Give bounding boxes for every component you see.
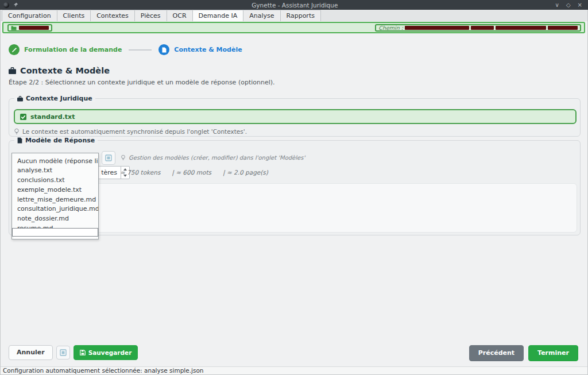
model-section-legend: Modèle de Réponse <box>14 137 98 144</box>
model-hint: Gestion des modèles (créer, modifier) da… <box>121 154 305 161</box>
dropdown-option[interactable]: note_dossier.md <box>12 214 98 224</box>
context-hint: Le contexte est automatiquement synchron… <box>14 128 247 135</box>
tab-ocr[interactable]: OCR <box>167 10 193 21</box>
length-stats: ≈ 750 tokens | ≈ 600 mots | ≈ 2.0 page(s… <box>120 169 268 176</box>
briefcase-icon <box>9 67 16 74</box>
page-subtitle: Étape 2/2 : Sélectionnez un contexte jur… <box>9 79 275 86</box>
model-section-title: Modèle de Réponse <box>25 137 95 144</box>
redacted-path-segment <box>405 26 469 30</box>
window-icon <box>60 349 67 356</box>
sauvegarder-label: Sauvegarder <box>88 349 132 357</box>
title-bar: Gynette - Assistant Juridique ∨ ◇ × <box>0 0 588 10</box>
step2-circle <box>158 44 169 55</box>
sauvegarder-button[interactable]: Sauvegarder <box>74 345 138 360</box>
pages-stat: | ≈ 2.0 page(s) <box>223 169 268 176</box>
page-title: Contexte & Modèle <box>9 66 110 75</box>
step1-label[interactable]: Formulation de la demande <box>24 46 122 53</box>
context-section: Contexte Juridique standard.txt Le conte… <box>9 98 581 137</box>
tab-pieces[interactable]: Pièces <box>134 10 167 21</box>
footer-right-actions: Précédent Terminer <box>469 345 578 361</box>
window-icon <box>105 154 112 161</box>
document-icon <box>162 47 167 53</box>
window-body: Configuration Clients Contextes Pièces O… <box>0 10 588 375</box>
close-icon[interactable]: × <box>578 0 582 10</box>
tab-contextes[interactable]: Contextes <box>90 10 135 21</box>
redacted-dossier-name <box>19 26 49 30</box>
tab-clients[interactable]: Clients <box>57 10 91 21</box>
dropdown-option[interactable]: conclusions.txt <box>12 176 98 185</box>
words-stat: | ≈ 600 mots <box>172 169 211 176</box>
save-icon <box>80 350 86 355</box>
tokens-stat: ≈ 750 tokens <box>120 169 160 176</box>
main-tab-bar: Configuration Clients Contextes Pièces O… <box>1 10 587 21</box>
step-connector <box>129 49 152 51</box>
tab-configuration[interactable]: Configuration <box>2 10 57 21</box>
step2-label[interactable]: Contexte & Modèle <box>174 46 242 53</box>
chemin-label: Chemin : <box>378 25 403 31</box>
footer-window-button[interactable] <box>56 346 70 359</box>
dossier-chip[interactable] <box>7 24 52 32</box>
redacted-path-segment <box>496 26 546 30</box>
context-hint-text: Le contexte est automatiquement synchron… <box>22 128 247 135</box>
pin-icon <box>13 2 18 7</box>
dropdown-option[interactable]: analyse.txt <box>12 166 98 176</box>
dropdown-entry-strip <box>14 237 96 239</box>
tab-rapports[interactable]: Rapports <box>280 10 321 21</box>
manage-models-button[interactable] <box>102 151 115 165</box>
selected-context-filename: standard.txt <box>30 113 75 121</box>
dossier-info-bar: Chemin : <box>2 22 585 33</box>
dropdown-option[interactable]: exemple_modele.txt <box>12 185 98 195</box>
selected-context-item[interactable]: standard.txt <box>14 109 577 124</box>
minimize-icon[interactable]: ∨ <box>555 0 559 10</box>
dropdown-option[interactable]: lettre_mise_demeure.md <box>12 195 98 204</box>
briefcase-icon <box>17 96 23 102</box>
document-icon <box>17 137 22 144</box>
status-bar: Configuration automatiquement sélectionn… <box>1 366 587 374</box>
chemin-chip: Chemin : <box>375 24 581 32</box>
maximize-icon[interactable]: ◇ <box>566 0 571 10</box>
dropdown-option[interactable]: consultation_juridique.md <box>12 204 98 214</box>
tab-analyse[interactable]: Analyse <box>243 10 280 21</box>
dropdown-entry-field[interactable] <box>12 228 98 237</box>
context-section-title: Contexte Juridique <box>26 95 92 102</box>
step1-circle <box>9 44 20 55</box>
annuler-button[interactable]: Annuler <box>9 345 53 360</box>
context-section-legend: Contexte Juridique <box>14 95 95 102</box>
tab-demande-ia[interactable]: Demande IA <box>192 10 244 21</box>
window-title: Gynette - Assistant Juridique <box>34 2 555 9</box>
app-icon <box>3 2 9 8</box>
terminer-button[interactable]: Terminer <box>528 345 578 361</box>
wizard-stepper: Formulation de la demande Contexte & Mod… <box>9 44 242 55</box>
model-hint-text: Gestion des modèles (créer, modifier) da… <box>129 154 305 161</box>
model-dropdown-popup: Aucun modèle (réponse libre) analyse.txt… <box>11 153 99 239</box>
pencil-icon <box>11 47 17 53</box>
lightbulb-icon <box>14 128 20 135</box>
redacted-path-segment <box>471 26 494 30</box>
folder-icon <box>11 25 17 30</box>
check-square-icon <box>20 114 26 120</box>
footer-left-actions: Annuler Sauvegarder <box>9 345 138 360</box>
dropdown-option[interactable]: Aucun modèle (réponse libre) <box>12 156 98 166</box>
redacted-path-segment <box>548 26 578 30</box>
lightbulb-icon <box>121 154 126 161</box>
precedent-button[interactable]: Précédent <box>469 345 524 361</box>
page-title-text: Contexte & Modèle <box>20 66 110 75</box>
